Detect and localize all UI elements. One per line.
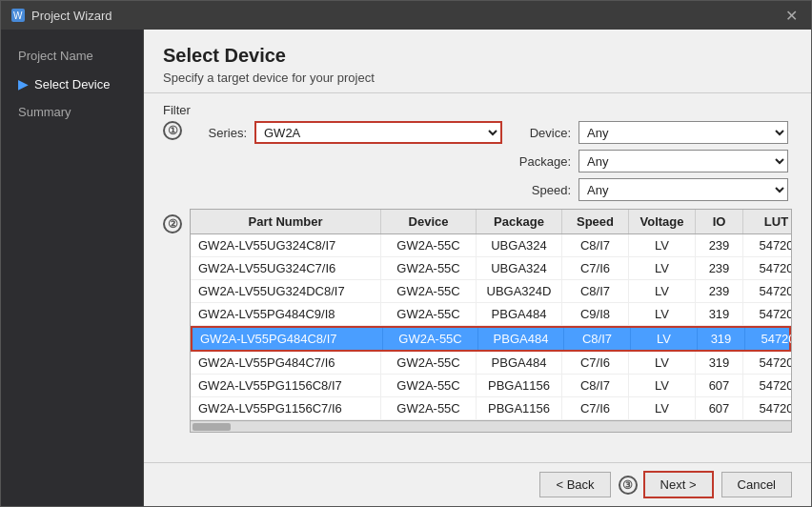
table-cell: C7/I6 bbox=[562, 352, 629, 374]
speed-field: Speed: Any bbox=[514, 178, 792, 201]
footer: < Back ③ Next > Cancel bbox=[144, 462, 811, 506]
package-label: Package: bbox=[514, 154, 571, 169]
window-title: Project Wizard bbox=[31, 9, 112, 23]
col-package: Package bbox=[477, 210, 562, 233]
table-cell: PBGA484 bbox=[477, 303, 562, 325]
table-cell: GW2A-55C bbox=[381, 397, 477, 419]
col-io: IO bbox=[696, 210, 743, 233]
table-row[interactable]: GW2A-LV55PG1156C8/I7GW2A-55CPBGA1156C8/I… bbox=[191, 375, 791, 397]
step1-circle: ① bbox=[163, 121, 182, 140]
table-row[interactable]: GW2A-LV55UG324C7/I6GW2A-55CUBGA324C7/I6L… bbox=[191, 257, 791, 280]
table-cell: C8/I7 bbox=[562, 280, 629, 302]
table-cell: PBGA1156 bbox=[477, 375, 562, 396]
device-table: Part Number Device Package Speed Voltage… bbox=[190, 209, 792, 433]
table-cell: GW2A-55C bbox=[381, 375, 477, 396]
close-button[interactable]: ✕ bbox=[782, 7, 802, 25]
table-cell: GW2A-LV55UG324C8/I7 bbox=[191, 234, 381, 256]
table-row[interactable]: GW2A-LV55PG484C7/I6GW2A-55CPBGA484C7/I6L… bbox=[191, 352, 791, 375]
sidebar-item-label: Project Name bbox=[18, 49, 93, 63]
table-row[interactable]: GW2A-LV55UG324C8/I7GW2A-55CUBGA324C8/I7L… bbox=[191, 234, 791, 257]
project-wizard-window: W Project Wizard ✕ Project Name ▶ Select… bbox=[0, 0, 812, 507]
col-voltage: Voltage bbox=[629, 210, 696, 233]
next-button-wrapper: ③ Next > bbox=[619, 471, 714, 498]
col-lut: LUT bbox=[743, 210, 792, 233]
main-body: Filter ① Series: GW2A bbox=[144, 93, 811, 462]
table-row[interactable]: GW2A-LV55PG484C9/I8GW2A-55CPBGA484C9/I8L… bbox=[191, 303, 791, 326]
table-cell: GW2A-55C bbox=[381, 280, 477, 302]
next-button[interactable]: Next > bbox=[643, 471, 714, 498]
table-cell: C8/I7 bbox=[564, 328, 631, 350]
table-cell: 607 bbox=[696, 375, 743, 396]
table-cell: UBGA324 bbox=[477, 257, 562, 279]
table-cell: GW2A-55C bbox=[381, 234, 477, 256]
table-cell: 54720 bbox=[743, 303, 791, 325]
package-select[interactable]: Any bbox=[579, 150, 788, 172]
package-field: Package: Any bbox=[514, 150, 792, 172]
sidebar-item-label: Summary bbox=[18, 105, 71, 119]
table-cell: UBGA324D bbox=[477, 280, 562, 302]
table-cell: C7/I6 bbox=[562, 257, 629, 279]
series-label: Series: bbox=[190, 126, 247, 140]
table-cell: C8/I7 bbox=[562, 375, 629, 396]
table-cell: LV bbox=[629, 303, 696, 325]
table-cell: 54720 bbox=[743, 397, 791, 419]
table-cell: GW2A-55C bbox=[381, 257, 477, 279]
table-cell: PBGA1156 bbox=[477, 397, 562, 419]
table-cell: C9/I8 bbox=[562, 303, 629, 325]
title-bar-left: W Project Wizard bbox=[10, 8, 112, 23]
table-cell: UBGA324 bbox=[477, 234, 562, 256]
window-content: Project Name ▶ Select Device Summary Sel… bbox=[1, 30, 811, 506]
col-part-number: Part Number bbox=[191, 210, 381, 233]
table-cell: 54720 bbox=[743, 234, 791, 256]
table-cell: GW2A-LV55PG484C9/I8 bbox=[191, 303, 381, 325]
filter-section: Filter ① Series: GW2A bbox=[163, 103, 792, 201]
table-cell: 54720 bbox=[743, 375, 791, 396]
speed-select[interactable]: Any bbox=[579, 178, 788, 201]
table-cell: GW2A-55C bbox=[381, 352, 477, 374]
arrow-icon: ▶ bbox=[18, 76, 29, 91]
sidebar-item-summary[interactable]: Summary bbox=[10, 101, 133, 123]
wizard-icon: W bbox=[10, 8, 26, 23]
table-cell: LV bbox=[631, 328, 698, 350]
series-select[interactable]: GW2A bbox=[254, 121, 502, 144]
horizontal-scrollbar[interactable] bbox=[191, 420, 791, 432]
back-button[interactable]: < Back bbox=[539, 472, 610, 497]
page-subtitle: Specify a target device for your project bbox=[163, 71, 792, 85]
filter-left: ① Series: GW2A bbox=[163, 121, 502, 144]
table-cell: GW2A-55C bbox=[381, 303, 477, 325]
filter-label: Filter bbox=[163, 103, 792, 117]
table-header: Part Number Device Package Speed Voltage… bbox=[191, 210, 791, 234]
main-panel: Select Device Specify a target device fo… bbox=[144, 30, 811, 506]
step3-circle: ③ bbox=[619, 476, 638, 495]
table-cell: GW2A-LV55PG1156C7/I6 bbox=[191, 397, 381, 419]
table-row[interactable]: GW2A-LV55UG324DC8/I7GW2A-55CUBGA324DC8/I… bbox=[191, 280, 791, 303]
table-row[interactable]: GW2A-LV55PG484C8/I7GW2A-55CPBGA484C8/I7L… bbox=[191, 326, 791, 352]
table-cell: 54720 bbox=[745, 328, 791, 350]
table-body: GW2A-LV55UG324C8/I7GW2A-55CUBGA324C8/I7L… bbox=[191, 234, 791, 420]
table-cell: LV bbox=[629, 280, 696, 302]
table-cell: C8/I7 bbox=[562, 234, 629, 256]
table-cell: 54720 bbox=[743, 257, 791, 279]
filter-row: ① Series: GW2A Device: bbox=[163, 121, 792, 201]
table-cell: PBGA484 bbox=[477, 352, 562, 374]
device-label: Device: bbox=[514, 126, 571, 140]
table-cell: 54720 bbox=[743, 352, 791, 374]
table-cell: GW2A-55C bbox=[383, 328, 478, 350]
step2-circle: ② bbox=[163, 214, 182, 233]
sidebar: Project Name ▶ Select Device Summary bbox=[1, 30, 144, 506]
scrollbar-thumb bbox=[193, 423, 231, 431]
col-speed: Speed bbox=[562, 210, 629, 233]
table-cell: C7/I6 bbox=[562, 397, 629, 419]
table-cell: GW2A-LV55PG484C7/I6 bbox=[191, 352, 381, 374]
table-cell: 607 bbox=[696, 397, 743, 419]
table-cell: GW2A-LV55PG484C8/I7 bbox=[193, 328, 383, 350]
sidebar-item-project-name[interactable]: Project Name bbox=[10, 45, 133, 67]
col-device: Device bbox=[381, 210, 477, 233]
table-cell: LV bbox=[629, 352, 696, 374]
table-row[interactable]: GW2A-LV55PG1156C7/I6GW2A-55CPBGA1156C7/I… bbox=[191, 397, 791, 420]
sidebar-item-select-device[interactable]: ▶ Select Device bbox=[10, 72, 133, 95]
table-cell: LV bbox=[629, 397, 696, 419]
device-select[interactable]: Any bbox=[579, 121, 788, 144]
table-cell: GW2A-LV55PG1156C8/I7 bbox=[191, 375, 381, 396]
cancel-button[interactable]: Cancel bbox=[721, 472, 792, 497]
